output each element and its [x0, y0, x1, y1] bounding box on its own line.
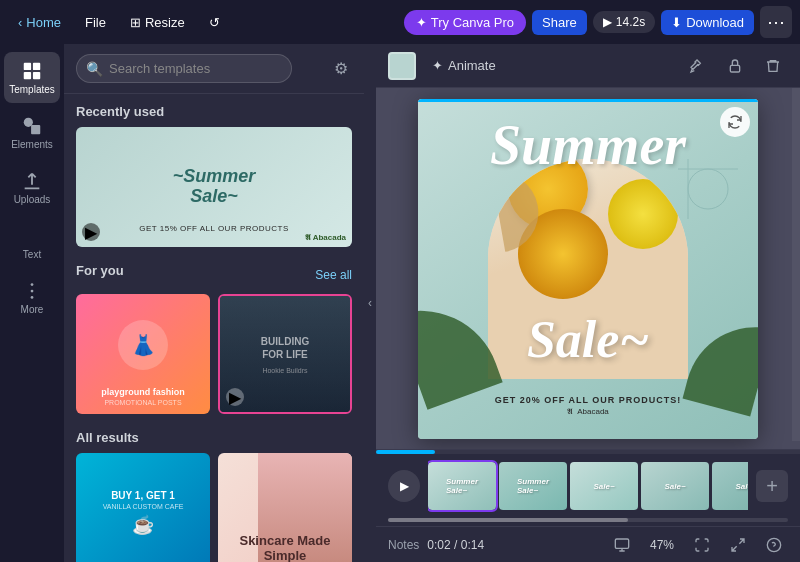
more-options-button[interactable]: ⋯: [760, 6, 792, 38]
sidebar-item-elements[interactable]: Elements: [4, 107, 60, 158]
animate-icon: ✦: [432, 58, 443, 73]
svg-point-9: [31, 296, 34, 299]
expand-button[interactable]: [724, 533, 752, 557]
refresh-button[interactable]: [720, 107, 750, 137]
svg-rect-1: [33, 63, 40, 70]
trash-icon: [765, 58, 781, 74]
svg-point-13: [688, 169, 728, 209]
timeline-thumb-1[interactable]: SummerSale~: [428, 462, 496, 510]
timeline-controls: ▶ SummerSale~ SummerSale~ Sale~ Sale~: [376, 454, 800, 518]
resize-icon: ⊞: [130, 15, 141, 30]
timeline-thumb-2[interactable]: SummerSale~: [499, 462, 567, 510]
status-bar: Notes 0:02 / 0:14 47%: [376, 526, 800, 562]
for-you-header: For you See all: [76, 263, 352, 286]
filter-button[interactable]: ⚙: [330, 55, 352, 82]
pipette-icon: [689, 58, 705, 74]
timeline-scrollbar[interactable]: [388, 518, 788, 522]
template-panel: 🔍 ⚙ Recently used ~SummerSale~ ▶ 𝕬 Abaca…: [64, 44, 364, 562]
help-button[interactable]: [760, 533, 788, 557]
elements-icon: [21, 115, 43, 137]
canvas-viewport: Summer Sale~ GET 20% OFF AL: [376, 88, 800, 449]
search-bar: 🔍 ⚙: [64, 44, 364, 94]
add-page-button[interactable]: +: [756, 470, 788, 502]
chevron-left-icon: ‹: [18, 15, 22, 30]
template-building[interactable]: BUILDINGFOR LIFE Hookie Buildrs ▶: [218, 294, 352, 414]
chevron-left-panel-icon: ‹: [368, 296, 372, 310]
summer-text: Summer: [418, 117, 758, 173]
play-button[interactable]: ▶: [388, 470, 420, 502]
panel-collapse-handle[interactable]: ‹: [364, 44, 376, 562]
svg-rect-6: [21, 225, 43, 247]
recently-used-section: Recently used ~SummerSale~ ▶ 𝕬 Abacada G…: [76, 104, 352, 247]
trash-button[interactable]: [758, 51, 788, 81]
pipette-button[interactable]: [682, 51, 712, 81]
monitor-button[interactable]: [608, 533, 636, 557]
sidebar-item-templates[interactable]: Templates: [4, 52, 60, 103]
search-input[interactable]: [76, 54, 292, 83]
fullscreen-icon: [694, 537, 710, 553]
refresh-icon: [727, 114, 743, 130]
playground-label: playground fashion: [101, 387, 185, 397]
search-icon: 🔍: [86, 61, 103, 77]
svg-rect-3: [33, 72, 40, 79]
timeline-area: ▶ SummerSale~ SummerSale~ Sale~ Sale~: [376, 449, 800, 526]
see-all-button[interactable]: See all: [315, 268, 352, 282]
time-button[interactable]: ▶ 14.2s: [593, 11, 655, 33]
template-buyone[interactable]: BUY 1, GET 1 VANILLA CUSTOM CAFE ☕: [76, 453, 210, 562]
help-icon: [766, 537, 782, 553]
template-skincare[interactable]: Skincare Made Simple: [218, 453, 352, 562]
timeline-strip: SummerSale~ SummerSale~ Sale~ Sale~ Sale…: [428, 460, 748, 512]
zoom-level: 47%: [650, 538, 674, 552]
canvas-toolbar: ✦ Animate: [376, 44, 800, 88]
lock-icon: [727, 58, 743, 74]
skincare-label: Skincare Made Simple: [228, 533, 342, 562]
star-icon: ✦: [416, 15, 427, 30]
sidebar-item-more[interactable]: More: [4, 272, 60, 323]
share-button[interactable]: Share: [532, 10, 587, 35]
top-bar: ‹ Home File ⊞ Resize ↺ ✦ Try Canva Pro S…: [0, 0, 800, 44]
undo-icon: ↺: [209, 15, 220, 30]
ellipsis-icon: ⋯: [767, 11, 785, 33]
brand-icon: 𝕬: [567, 407, 573, 417]
zoom-button[interactable]: 47%: [644, 534, 680, 556]
timeline-thumb-5[interactable]: Sale~: [712, 462, 748, 510]
fullscreen-button[interactable]: [688, 533, 716, 557]
timeline-thumb-3[interactable]: Sale~: [570, 462, 638, 510]
all-results-templates: BUY 1, GET 1 VANILLA CUSTOM CAFE ☕ Skinc…: [76, 453, 352, 562]
text-icon: [21, 225, 43, 247]
canvas-scroll-y[interactable]: [792, 88, 800, 441]
svg-rect-2: [24, 72, 31, 79]
template-summer-recent[interactable]: ~SummerSale~ ▶ 𝕬 Abacada GET 15% OFF ALL…: [76, 127, 352, 247]
offer-text: GET 20% OFF ALL OUR PRODUCTS!: [418, 395, 758, 405]
svg-rect-14: [615, 539, 628, 548]
templates-icon: [21, 60, 43, 82]
file-button[interactable]: File: [75, 10, 116, 35]
sale-text: Sale~: [418, 310, 758, 369]
svg-rect-5: [31, 125, 40, 134]
play-indicator-2: ▶: [226, 388, 244, 406]
play-icon: ▶: [400, 479, 409, 493]
download-button[interactable]: ⬇ Download: [661, 10, 754, 35]
svg-rect-0: [24, 63, 31, 70]
undo-button[interactable]: ↺: [199, 10, 230, 35]
color-swatch[interactable]: [388, 52, 416, 80]
home-button[interactable]: ‹ Home: [8, 10, 71, 35]
animate-button[interactable]: ✦ Animate: [424, 54, 504, 77]
for-you-section: For you See all 👗 playground fashion PRO…: [76, 263, 352, 414]
monitor-icon: [614, 537, 630, 553]
sidebar-item-uploads[interactable]: Uploads: [4, 162, 60, 213]
canva-pro-button[interactable]: ✦ Try Canva Pro: [404, 10, 526, 35]
recent-templates: ~SummerSale~ ▶ 𝕬 Abacada GET 15% OFF ALL…: [76, 127, 352, 247]
timeline-thumb-4[interactable]: Sale~: [641, 462, 709, 510]
buyone-label: BUY 1, GET 1: [103, 490, 184, 501]
lock-button[interactable]: [720, 51, 750, 81]
play-icon-small: ▶: [603, 15, 612, 29]
all-results-title: All results: [76, 430, 352, 445]
template-playground[interactable]: 👗 playground fashion PROMOTIONAL POSTS: [76, 294, 210, 414]
resize-button[interactable]: ⊞ Resize: [120, 10, 195, 35]
svg-point-15: [767, 538, 780, 551]
sidebar-item-text[interactable]: Text: [4, 217, 60, 268]
icon-sidebar: Templates Elements Uploads Text More: [0, 44, 64, 562]
all-results-section: All results BUY 1, GET 1 VANILLA CUSTOM …: [76, 430, 352, 562]
for-you-templates: 👗 playground fashion PROMOTIONAL POSTS B…: [76, 294, 352, 414]
